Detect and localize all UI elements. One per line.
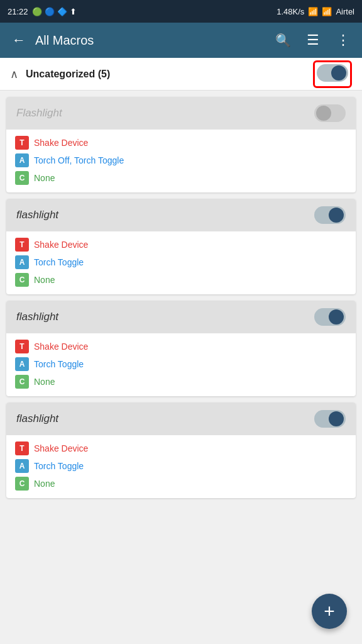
signal-icon: 📶 xyxy=(322,7,332,16)
condition-label-3: None xyxy=(34,479,55,489)
app-bar: ← All Macros 🔍 ☰ ⋮ xyxy=(0,23,362,58)
action-row-3: A Torch Toggle xyxy=(15,459,347,473)
action-row-0: A Torch Off, Torch Toggle xyxy=(15,153,347,167)
condition-row-1: C None xyxy=(15,273,347,287)
condition-badge-1: C xyxy=(15,273,29,287)
trigger-badge-3: T xyxy=(15,441,29,455)
more-icon: ⋮ xyxy=(336,32,350,48)
macro-card-0: Flashlight T Shake Device A Torch Off, T… xyxy=(6,97,356,192)
trigger-label-2: Shake Device xyxy=(34,341,88,352)
app-bar-actions: 🔍 ☰ ⋮ xyxy=(269,26,357,54)
trigger-row-3: T Shake Device xyxy=(15,441,347,455)
macro-name-3: flashlight xyxy=(16,413,58,425)
add-macro-button[interactable]: + xyxy=(312,594,347,629)
macro-toggle-1[interactable] xyxy=(314,206,346,224)
action-badge-1: A xyxy=(15,255,29,269)
action-label-2: Torch Toggle xyxy=(34,359,84,369)
macro-body-2: T Shake Device A Torch Toggle C None xyxy=(6,333,356,396)
macro-card-header-3[interactable]: flashlight xyxy=(6,402,356,435)
macro-name-0: Flashlight xyxy=(16,107,62,119)
action-label-3: Torch Toggle xyxy=(34,461,84,471)
toggle-knob-0 xyxy=(316,106,331,121)
condition-row-0: C None xyxy=(15,171,347,185)
macro-list: Flashlight T Shake Device A Torch Off, T… xyxy=(0,97,362,498)
macro-toggle-3[interactable] xyxy=(314,410,346,428)
macro-card-3: flashlight T Shake Device A Torch Toggle… xyxy=(6,402,356,498)
condition-row-3: C None xyxy=(15,477,347,491)
wifi-icon: 📶 xyxy=(308,7,318,16)
toggle-knob-2 xyxy=(329,309,344,325)
condition-row-2: C None xyxy=(15,375,347,389)
macro-body-1: T Shake Device A Torch Toggle C None xyxy=(6,231,356,294)
category-toggle[interactable] xyxy=(317,64,348,82)
back-icon: ← xyxy=(12,32,26,48)
macro-card-header-0[interactable]: Flashlight xyxy=(6,97,356,130)
add-icon: + xyxy=(324,601,335,622)
trigger-label-0: Shake Device xyxy=(34,138,88,148)
condition-badge-3: C xyxy=(15,477,29,491)
trigger-badge-1: T xyxy=(15,238,29,252)
macro-name-2: flashlight xyxy=(16,311,58,323)
toggle-knob xyxy=(331,65,346,80)
back-button[interactable]: ← xyxy=(5,26,33,54)
macro-toggle-2[interactable] xyxy=(314,308,346,326)
search-button[interactable]: 🔍 xyxy=(269,26,297,54)
condition-label-0: None xyxy=(34,173,55,183)
status-time: 21:22 🟢 🔵 🔷 ⬆ xyxy=(8,7,77,16)
chevron-up-icon: ∧ xyxy=(10,67,18,81)
status-right-area: 1.48K/s 📶 📶 Airtel xyxy=(277,7,354,16)
action-row-1: A Torch Toggle xyxy=(15,255,347,269)
action-label-0: Torch Off, Torch Toggle xyxy=(34,155,124,165)
macro-card-header-2[interactable]: flashlight xyxy=(6,301,356,333)
action-badge-3: A xyxy=(15,459,29,473)
macro-body-0: T Shake Device A Torch Off, Torch Toggle… xyxy=(6,130,356,192)
toggle-knob-3 xyxy=(329,411,344,426)
search-icon: 🔍 xyxy=(275,33,291,48)
action-badge-2: A xyxy=(15,357,29,371)
macro-name-1: flashlight xyxy=(16,209,58,221)
trigger-row-1: T Shake Device xyxy=(15,238,347,252)
status-notification-icons: 🟢 🔵 🔷 ⬆ xyxy=(32,7,77,16)
trigger-badge-0: T xyxy=(15,136,29,150)
category-title: Uncategorized (5) xyxy=(26,69,313,80)
condition-badge-2: C xyxy=(15,375,29,389)
trigger-label-1: Shake Device xyxy=(34,240,88,250)
macro-card-2: flashlight T Shake Device A Torch Toggle… xyxy=(6,301,356,396)
macro-card-header-1[interactable]: flashlight xyxy=(6,199,356,231)
condition-label-2: None xyxy=(34,377,55,387)
macro-card-1: flashlight T Shake Device A Torch Toggle… xyxy=(6,199,356,294)
status-bar: 21:22 🟢 🔵 🔷 ⬆ 1.48K/s 📶 📶 Airtel xyxy=(0,0,362,23)
macro-body-3: T Shake Device A Torch Toggle C None xyxy=(6,435,356,498)
trigger-row-2: T Shake Device xyxy=(15,340,347,353)
macro-toggle-0[interactable] xyxy=(314,104,346,122)
list-view-button[interactable]: ☰ xyxy=(299,26,327,54)
app-bar-title: All Macros xyxy=(33,33,269,48)
condition-label-1: None xyxy=(34,275,55,285)
condition-badge-0: C xyxy=(15,171,29,185)
trigger-badge-2: T xyxy=(15,340,29,353)
toggle-knob-1 xyxy=(329,208,344,223)
category-toggle-highlight xyxy=(313,60,352,88)
trigger-row-0: T Shake Device xyxy=(15,136,347,150)
category-header: ∧ Uncategorized (5) xyxy=(0,58,362,91)
list-icon: ☰ xyxy=(307,32,319,48)
action-badge-0: A xyxy=(15,153,29,167)
trigger-label-3: Shake Device xyxy=(34,443,88,453)
action-label-1: Torch Toggle xyxy=(34,257,84,267)
action-row-2: A Torch Toggle xyxy=(15,357,347,371)
more-options-button[interactable]: ⋮ xyxy=(329,26,357,54)
